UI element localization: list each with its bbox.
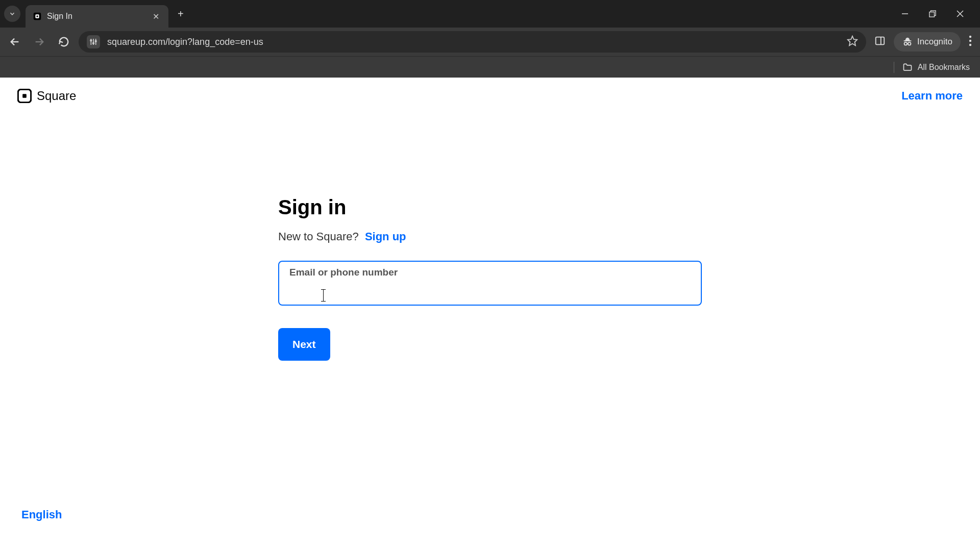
bookmark-star-icon[interactable]	[847, 35, 858, 48]
close-window-button[interactable]	[953, 7, 967, 20]
reload-button[interactable]	[54, 32, 74, 52]
all-bookmarks-label: All Bookmarks	[918, 63, 970, 72]
tab-title: Sign In	[47, 12, 145, 21]
incognito-indicator[interactable]: Incognito	[894, 32, 961, 52]
url-field[interactable]: squareup.com/login?lang_code=en-us	[79, 31, 866, 53]
square-logo[interactable]: Square	[17, 89, 76, 103]
minimize-button[interactable]	[898, 7, 912, 20]
language-selector[interactable]: English	[21, 508, 62, 521]
browser-tab[interactable]: Sign In ✕	[26, 5, 168, 28]
page-content: Square Learn more Sign in New to Square?…	[0, 78, 980, 551]
bookmarks-bar: All Bookmarks	[0, 56, 980, 78]
email-input-label: Email or phone number	[289, 267, 691, 278]
site-settings-icon[interactable]	[87, 35, 100, 48]
browser-chrome: Sign In ✕ + sq	[0, 0, 980, 78]
tab-search-dropdown[interactable]	[4, 6, 20, 22]
signup-link[interactable]: Sign up	[365, 230, 406, 243]
svg-point-13	[90, 40, 92, 41]
square-logo-icon	[17, 89, 32, 103]
all-bookmarks-button[interactable]: All Bookmarks	[902, 62, 970, 72]
svg-point-22	[969, 36, 971, 38]
svg-rect-17	[876, 37, 885, 45]
svg-point-15	[95, 40, 96, 42]
svg-rect-2	[37, 16, 38, 17]
svg-point-24	[969, 44, 971, 46]
email-input-wrapper[interactable]: Email or phone number	[278, 261, 702, 306]
forward-button[interactable]	[30, 32, 49, 52]
address-bar: squareup.com/login?lang_code=en-us Incog…	[0, 28, 980, 56]
chevron-down-icon	[9, 10, 16, 17]
email-field[interactable]	[289, 279, 691, 299]
svg-point-20	[908, 42, 911, 45]
maximize-button[interactable]	[926, 7, 939, 20]
square-favicon	[33, 12, 42, 21]
signup-prompt: New to Square? Sign up	[278, 230, 702, 243]
divider	[894, 62, 894, 73]
page-header: Square Learn more	[0, 78, 980, 114]
back-button[interactable]	[5, 32, 24, 52]
new-tab-button[interactable]: +	[175, 5, 187, 23]
incognito-icon	[902, 36, 913, 47]
logo-text: Square	[37, 89, 76, 103]
tab-bar: Sign In ✕ +	[0, 0, 980, 28]
svg-point-19	[904, 42, 908, 45]
page-title: Sign in	[278, 196, 702, 219]
learn-more-link[interactable]: Learn more	[901, 89, 963, 103]
svg-marker-16	[848, 36, 857, 45]
svg-point-23	[969, 40, 971, 42]
incognito-label: Incognito	[917, 37, 952, 47]
next-button[interactable]: Next	[278, 328, 330, 361]
new-to-square-text: New to Square?	[278, 230, 359, 243]
url-text: squareup.com/login?lang_code=en-us	[107, 37, 840, 47]
folder-icon	[902, 62, 913, 72]
svg-point-14	[93, 42, 94, 44]
close-tab-button[interactable]: ✕	[151, 11, 161, 22]
window-controls	[898, 7, 976, 20]
svg-rect-26	[22, 94, 27, 98]
svg-rect-5	[929, 12, 935, 17]
side-panel-icon[interactable]	[871, 32, 889, 52]
browser-menu-icon[interactable]	[966, 32, 975, 52]
signin-form: Sign in New to Square? Sign up Email or …	[278, 196, 702, 361]
